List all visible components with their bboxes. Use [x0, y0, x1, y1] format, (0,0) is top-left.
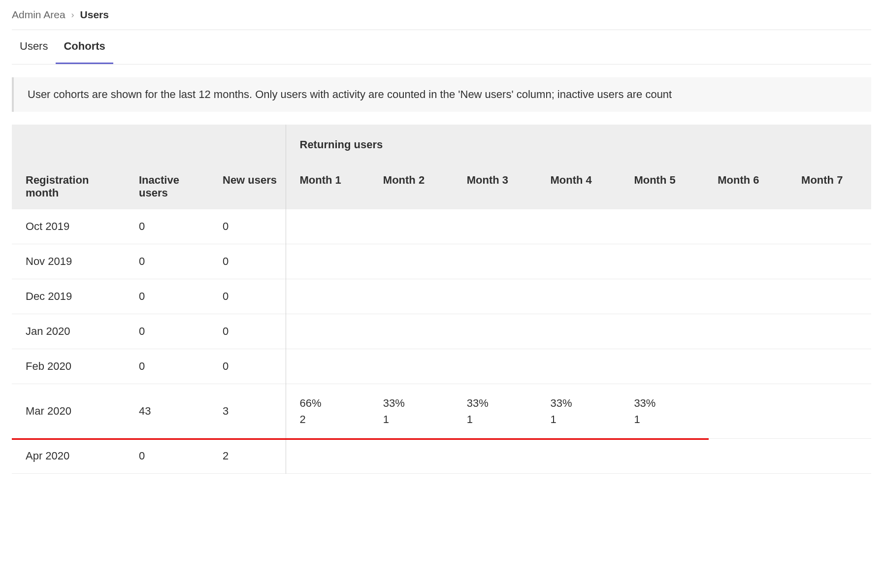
table-row: Feb 202000	[12, 349, 871, 384]
cell-month-6	[704, 209, 787, 244]
highlight-underline	[12, 438, 709, 440]
cell-month-7	[787, 314, 871, 349]
header-new-users: New users	[209, 166, 286, 209]
header-month-3: Month 3	[453, 166, 537, 209]
header-registration-month: Registration month	[12, 166, 125, 209]
cell-month-1: 66%2	[286, 384, 369, 439]
cell-month-2: 33%1	[369, 384, 453, 439]
cell-registration-month: Nov 2019	[12, 244, 125, 279]
cell-month-6	[704, 244, 787, 279]
cell-inactive-users: 0	[125, 314, 209, 349]
cell-inactive-users: 0	[125, 349, 209, 384]
header-month-7: Month 7	[787, 166, 871, 209]
cell-month-5	[620, 279, 704, 314]
cohort-table-wrapper: Returning users Registration month Inact…	[12, 125, 871, 474]
cell-month-6	[704, 279, 787, 314]
cell-month-3	[453, 439, 537, 474]
cell-inactive-users: 0	[125, 439, 209, 474]
cell-month-6	[704, 314, 787, 349]
cell-month-2	[369, 314, 453, 349]
cell-month-3	[453, 244, 537, 279]
cell-month-7	[787, 439, 871, 474]
cell-month-4	[537, 439, 621, 474]
cell-new-users: 0	[209, 349, 286, 384]
cell-month-5	[620, 314, 704, 349]
cell-new-users: 0	[209, 209, 286, 244]
table-row: Apr 202002	[12, 439, 871, 474]
cell-registration-month: Apr 2020	[12, 439, 125, 474]
cell-registration-month: Jan 2020	[12, 314, 125, 349]
cell-registration-month: Dec 2019	[12, 279, 125, 314]
header-inactive-users: Inactive users	[125, 166, 209, 209]
cell-month-3	[453, 349, 537, 384]
cell-registration-month: Feb 2020	[12, 349, 125, 384]
tab-users[interactable]: Users	[12, 30, 56, 64]
cell-month-2	[369, 209, 453, 244]
cell-month-2	[369, 244, 453, 279]
cell-month-4: 33%1	[537, 384, 621, 439]
cell-new-users: 0	[209, 244, 286, 279]
cell-month-4	[537, 244, 621, 279]
cell-inactive-users: 43	[125, 384, 209, 439]
cell-month-4	[537, 209, 621, 244]
cell-new-users: 3	[209, 384, 286, 439]
cell-month-6	[704, 384, 787, 439]
cell-inactive-users: 0	[125, 279, 209, 314]
cell-month-4	[537, 349, 621, 384]
cell-month-4	[537, 279, 621, 314]
cell-month-5	[620, 439, 704, 474]
cell-month-7	[787, 279, 871, 314]
breadcrumb-current: Users	[80, 9, 109, 21]
cell-registration-month: Oct 2019	[12, 209, 125, 244]
cell-month-5	[620, 244, 704, 279]
cell-month-1	[286, 314, 369, 349]
tab-cohorts[interactable]: Cohorts	[56, 30, 113, 64]
header-month-1: Month 1	[286, 166, 369, 209]
cell-month-3: 33%1	[453, 384, 537, 439]
cell-new-users: 2	[209, 439, 286, 474]
breadcrumb-separator-icon: ›	[71, 10, 74, 20]
header-empty	[209, 125, 286, 166]
header-empty	[12, 125, 125, 166]
cell-month-7	[787, 384, 871, 439]
cell-month-5	[620, 349, 704, 384]
cell-new-users: 0	[209, 314, 286, 349]
header-month-6: Month 6	[704, 166, 787, 209]
header-returning-users: Returning users	[286, 125, 871, 166]
cell-month-1	[286, 349, 369, 384]
table-row: Oct 201900	[12, 209, 871, 244]
cell-month-5	[620, 209, 704, 244]
cell-month-3	[453, 279, 537, 314]
cell-month-1	[286, 244, 369, 279]
cell-inactive-users: 0	[125, 244, 209, 279]
breadcrumb: Admin Area › Users	[12, 0, 871, 30]
cohort-table: Returning users Registration month Inact…	[12, 125, 871, 474]
info-banner: User cohorts are shown for the last 12 m…	[12, 77, 871, 112]
cell-month-1	[286, 209, 369, 244]
cell-month-2	[369, 349, 453, 384]
breadcrumb-root-link[interactable]: Admin Area	[12, 9, 65, 21]
cell-month-7	[787, 209, 871, 244]
cell-new-users: 0	[209, 279, 286, 314]
cell-month-6	[704, 349, 787, 384]
cell-month-6	[704, 439, 787, 474]
tabs: Users Cohorts	[12, 30, 871, 65]
cell-month-3	[453, 209, 537, 244]
table-row: Jan 202000	[12, 314, 871, 349]
header-month-4: Month 4	[537, 166, 621, 209]
cell-registration-month: Mar 2020	[12, 384, 125, 439]
header-empty	[125, 125, 209, 166]
header-month-2: Month 2	[369, 166, 453, 209]
cell-month-2	[369, 279, 453, 314]
header-month-5: Month 5	[620, 166, 704, 209]
cell-month-1	[286, 279, 369, 314]
table-row: Nov 201900	[12, 244, 871, 279]
cell-month-3	[453, 314, 537, 349]
cell-month-7	[787, 349, 871, 384]
table-row: Mar 202043366%233%133%133%133%1	[12, 384, 871, 439]
cell-inactive-users: 0	[125, 209, 209, 244]
cell-month-7	[787, 244, 871, 279]
table-row: Dec 201900	[12, 279, 871, 314]
cell-month-2	[369, 439, 453, 474]
cell-month-1	[286, 439, 369, 474]
